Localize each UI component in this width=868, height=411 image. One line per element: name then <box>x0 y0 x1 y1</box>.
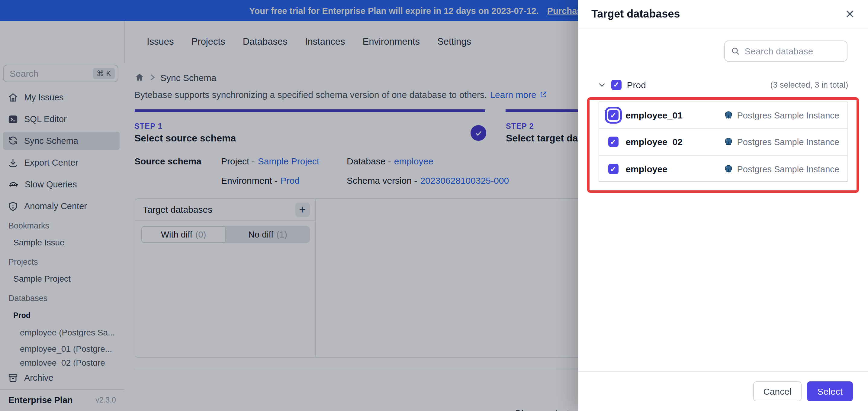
cancel-button[interactable]: Cancel <box>753 381 802 401</box>
search-icon <box>731 47 740 56</box>
group-selection-summary: (3 selected, 3 in total) <box>770 80 848 89</box>
postgres-icon <box>724 110 733 120</box>
close-icon[interactable]: ✕ <box>845 8 855 20</box>
environment-group-row: ✓ Prod (3 selected, 3 in total) <box>598 77 848 92</box>
postgres-icon <box>724 164 733 174</box>
database-row-employee-02[interactable]: ✓ employee_02 Postgres Sample Instance <box>599 129 848 156</box>
instance-info: Postgres Sample Instance <box>724 110 839 120</box>
instance-info: Postgres Sample Instance <box>724 137 839 147</box>
database-list: ✓ employee_01 Postgres Sample Instance ✓… <box>598 101 848 182</box>
postgres-icon <box>724 137 733 147</box>
database-search-input[interactable]: Search database <box>724 40 848 62</box>
database-checkbox[interactable]: ✓ <box>608 110 618 120</box>
database-checkbox[interactable]: ✓ <box>608 164 618 174</box>
modal-title: Target databases <box>591 7 845 20</box>
database-name: employee <box>625 164 716 174</box>
instance-name: Postgres Sample Instance <box>737 164 839 174</box>
instance-name: Postgres Sample Instance <box>737 110 839 120</box>
bytebase-app: Your free trial for Enterprise Plan will… <box>0 0 868 411</box>
chevron-down-icon[interactable] <box>598 81 606 89</box>
database-name: employee_02 <box>625 137 716 147</box>
database-search-placeholder: Search database <box>745 46 813 56</box>
group-checkbox[interactable]: ✓ <box>611 80 622 90</box>
modal-header: Target databases ✕ <box>578 0 868 28</box>
select-button[interactable]: Select <box>807 381 853 401</box>
database-row-employee[interactable]: ✓ employee Postgres Sample Instance <box>599 156 848 182</box>
database-checkbox[interactable]: ✓ <box>608 137 618 147</box>
group-name: Prod <box>627 80 765 90</box>
instance-name: Postgres Sample Instance <box>737 137 839 147</box>
instance-info: Postgres Sample Instance <box>724 164 839 174</box>
target-databases-modal: Target databases ✕ Search database ✓ Pro… <box>578 0 868 411</box>
database-name: employee_01 <box>625 110 716 120</box>
modal-footer: Cancel Select <box>578 371 868 411</box>
database-row-employee-01[interactable]: ✓ employee_01 Postgres Sample Instance <box>599 102 848 129</box>
